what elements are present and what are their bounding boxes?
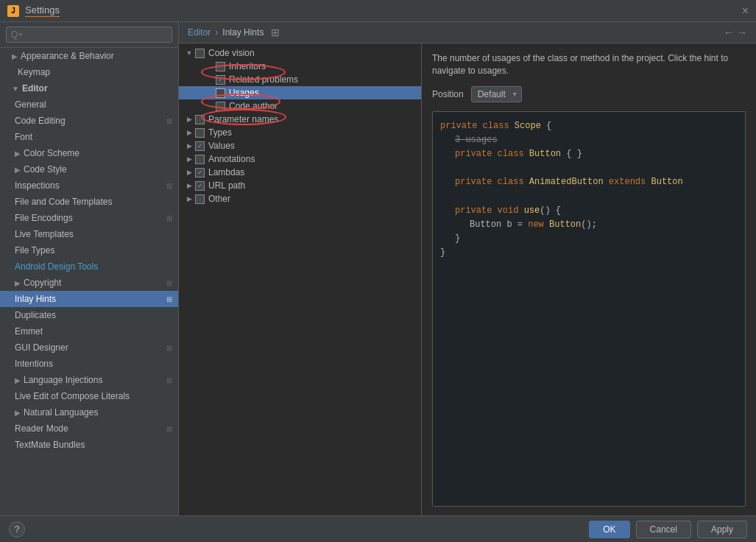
tree-item-lambdas[interactable]: ▶ Lambdas [179, 166, 421, 179]
breadcrumb-settings-icon: ⊞ [271, 27, 280, 38]
sidebar-item-emmet[interactable]: Emmet [0, 323, 178, 339]
nav-back-icon[interactable]: ← [724, 27, 734, 38]
code-line: private void use() { [440, 204, 738, 218]
tree-expand-icon[interactable]: ▶ [185, 155, 194, 163]
sidebar-item-color-scheme[interactable]: ▶ Color Scheme [0, 145, 178, 161]
detail-panel: The number of usages of the class or met… [422, 43, 756, 515]
tree-item-types[interactable]: ▶ Types [179, 126, 421, 139]
tree-checkbox-url-path[interactable] [195, 181, 205, 191]
tree-item-related-problems[interactable]: Related problems [179, 73, 421, 86]
sidebar-item-general[interactable]: General [0, 96, 178, 113]
sidebar-item-natural-languages[interactable]: ▶ Natural Languages [0, 404, 178, 420]
expand-icon: ▶ [15, 149, 21, 158]
tree-item-other[interactable]: ▶ Other [179, 192, 421, 205]
code-line [440, 161, 738, 175]
tree-checkbox-other[interactable] [195, 194, 205, 204]
search-input[interactable] [6, 27, 172, 43]
expand-icon: ▶ [15, 166, 21, 174]
tree-item-code-author[interactable]: Code author [179, 99, 421, 113]
sidebar-item-font[interactable]: Font [0, 129, 178, 145]
apply-button[interactable]: Apply [697, 521, 747, 538]
sidebar-item-keymap[interactable]: Keymap [0, 64, 178, 80]
sidebar-item-live-templates[interactable]: Live Templates [0, 226, 178, 242]
sidebar-item-label: Natural Languages [24, 407, 98, 418]
tree-item-label: Other [208, 194, 230, 204]
sidebar-item-label: Code Editing [15, 116, 66, 126]
tree-expand-icon[interactable]: ▼ [185, 49, 194, 57]
tree-item-annotations[interactable]: ▶ Annotations [179, 152, 421, 166]
tree-expand-icon[interactable]: ▶ [185, 141, 194, 150]
sidebar-item-label: Inspections [15, 180, 60, 191]
sidebar-item-intentions[interactable]: Intentions [0, 356, 178, 372]
sidebar-item-file-encodings[interactable]: File Encodings ⊞ [0, 210, 178, 226]
position-label: Position [432, 89, 464, 99]
sidebar-item-live-edit[interactable]: Live Edit of Compose Literals [0, 388, 178, 404]
tree-item-label: Lambdas [208, 167, 244, 177]
tree-item-label: Inheritors [229, 61, 266, 71]
tree-expand-icon[interactable]: ▶ [185, 181, 194, 190]
sidebar-item-textmate-bundles[interactable]: TextMate Bundles [0, 437, 178, 453]
sidebar-item-language-injections[interactable]: ▶ Language Injections ⊞ [0, 372, 178, 388]
sidebar-item-copyright[interactable]: ▶ Copyright ⊞ [0, 275, 178, 291]
tree-checkbox-parameter-names[interactable] [195, 115, 205, 124]
sidebar-item-reader-mode[interactable]: Reader Mode ⊞ [0, 420, 178, 437]
code-line: private class AnimatedButton extends But… [440, 175, 738, 189]
expand-icon: ▼ [12, 85, 19, 93]
tree-item-values[interactable]: ▶ Values [179, 139, 421, 152]
tree-checkbox-annotations[interactable] [195, 155, 205, 164]
cancel-button[interactable]: Cancel [636, 521, 691, 538]
sidebar-item-label: Appearance & Behavior [21, 51, 114, 61]
sidebar-item-file-code-templates[interactable]: File and Code Templates [0, 194, 178, 210]
close-button[interactable]: × [742, 4, 749, 18]
nav-forward-icon[interactable]: → [737, 27, 747, 38]
tree-item-inheritors[interactable]: Inheritors [179, 60, 421, 73]
sidebar-item-inspections[interactable]: Inspections ⊞ [0, 177, 178, 194]
tree-spacer [205, 102, 214, 110]
sidebar-item-editor[interactable]: ▼ Editor [0, 80, 178, 96]
sidebar-item-file-types[interactable]: File Types [0, 242, 178, 258]
expand-icon: ▶ [15, 409, 21, 417]
tree-checkbox-lambdas[interactable] [195, 168, 205, 177]
tree-checkbox-code-author[interactable] [216, 102, 225, 111]
sidebar-item-inlay-hints[interactable]: Inlay Hints ⊞ [0, 291, 178, 307]
sidebar-item-code-editing[interactable]: Code Editing ⊞ [0, 113, 178, 129]
tree-expand-icon[interactable]: ▶ [185, 115, 194, 124]
sidebar-item-code-style[interactable]: ▶ Code Style [0, 161, 178, 177]
tree-expand-icon[interactable]: ▶ [185, 194, 194, 203]
sidebar-item-label: Language Injections [24, 375, 102, 385]
tree-checkbox-code-vision[interactable] [195, 49, 205, 58]
window-title: Settings [25, 4, 60, 17]
tree-expand-icon[interactable]: ▶ [185, 128, 194, 137]
tree-checkbox-values[interactable] [195, 141, 205, 151]
tree-item-parameter-names[interactable]: ▶ Parameter names [179, 113, 421, 126]
ok-button[interactable]: OK [589, 521, 629, 538]
tree-item-code-vision[interactable]: ▼ Code vision [179, 46, 421, 60]
tree-checkbox-related-problems[interactable] [216, 75, 225, 85]
sidebar-item-appearance[interactable]: ▶ Appearance & Behavior [0, 48, 178, 64]
code-line: } [440, 246, 738, 260]
content-area: Editor › Inlay Hints ⊞ ← → ▼ Code vision [179, 22, 756, 515]
sidebar: ▶ Appearance & Behavior Keymap ▼ Editor … [0, 22, 179, 515]
ext-icon: ⊞ [166, 425, 172, 433]
sidebar-item-label: Reader Mode [15, 423, 68, 434]
help-button[interactable]: ? [9, 521, 25, 538]
tree-item-usages[interactable]: Usages [179, 86, 421, 99]
code-preview: private class Scope { 3 usages private c… [432, 111, 746, 507]
sidebar-item-android-design-tools[interactable]: Android Design Tools [0, 258, 178, 275]
tree-checkbox-types[interactable] [195, 128, 205, 138]
tree-expand-icon[interactable]: ▶ [185, 168, 194, 177]
sidebar-item-duplicates[interactable]: Duplicates [0, 307, 178, 323]
tree-checkbox-usages[interactable] [216, 88, 225, 98]
breadcrumb-parent[interactable]: Editor [188, 27, 211, 38]
sidebar-item-label: Intentions [15, 359, 53, 369]
nav-arrows: ← → [724, 27, 747, 38]
position-dropdown[interactable]: Default Before After Above Below [471, 86, 522, 102]
tree-spacer [205, 88, 214, 97]
sidebar-item-gui-designer[interactable]: GUI Designer ⊞ [0, 339, 178, 356]
tree-item-label: Usages [229, 88, 259, 98]
sidebar-item-label: Code Style [24, 164, 67, 175]
code-line: Button b = new Button(); [440, 218, 738, 232]
tree-item-url-path[interactable]: ▶ URL path [179, 179, 421, 192]
sidebar-item-label: TextMate Bundles [15, 440, 85, 450]
tree-checkbox-inheritors[interactable] [216, 62, 225, 71]
